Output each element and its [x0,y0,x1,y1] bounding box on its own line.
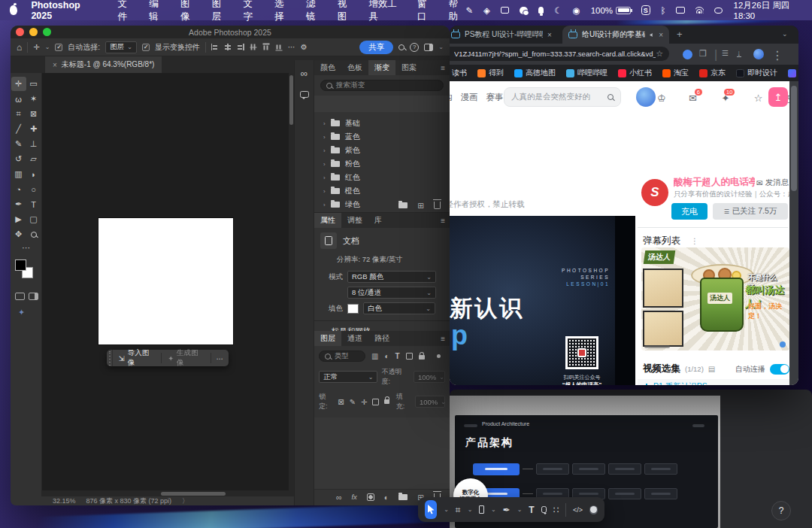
move-tool-chevron[interactable]: ⌄ [444,506,449,513]
gradient-folder[interactable]: ›蓝色 [314,130,450,144]
gradient-folder[interactable]: ›粉色 [314,157,450,171]
filter-adjustment-icon[interactable]: ◐ [384,352,389,360]
align-center-icon[interactable] [224,44,232,50]
gradient-folder[interactable]: ›基础 [314,117,450,130]
close-tab-icon[interactable]: × [659,31,663,39]
comments-icon[interactable] [300,91,309,98]
history-icon[interactable]: ∞ [295,60,314,79]
layer-style-icon[interactable]: fx [351,493,356,501]
tab-swatches[interactable]: 色板 [341,60,368,75]
workspace-chevron[interactable]: ⌄ [438,44,444,50]
lock-position-icon[interactable]: ✛ [361,398,367,406]
ad-info-dot[interactable] [780,341,786,347]
pen-tool-icon[interactable]: ✒ [503,505,511,515]
flow-node-2c[interactable] [608,488,641,499]
menu-file[interactable]: 文件 [118,0,135,23]
tool-shape-icon[interactable]: ▢ [26,212,41,226]
filter-toggle-dot[interactable] [437,354,441,358]
ps-canvas-area[interactable]: ⇲导入图像 ✦生成图像 ⋯ [42,73,294,496]
lock-paint-icon[interactable]: ✎ [350,398,356,406]
shape-tool-chevron[interactable]: ⌄ [491,506,496,513]
tab-gradients[interactable]: 渐变 [368,60,395,75]
filter-smart-icon[interactable] [419,355,425,360]
current-tool-icon[interactable]: ✛ [33,43,39,51]
wechat-icon[interactable] [520,7,527,14]
expand-chevron[interactable]: › [323,161,326,168]
artboard[interactable] [98,218,233,344]
bookmark-jishisheji[interactable]: 即时设计 [736,68,777,78]
sync-cloud-icon[interactable]: ✦ [18,308,25,317]
user-switch-icon[interactable] [714,8,723,14]
expand-chevron[interactable]: › [323,147,326,154]
browser-menu-icon[interactable]: ⋮ [771,48,783,62]
tool-dodge-icon[interactable]: ◔ [11,182,26,196]
bookmark-dedao[interactable]: 得到 [477,68,504,78]
generate-image-button[interactable]: ✦生成图像 [162,348,210,368]
home-icon[interactable]: ⌂ [17,42,22,53]
more-align-icon[interactable]: ⋯ [288,43,295,51]
align-top-icon[interactable] [250,44,256,51]
help-icon[interactable]: ? [410,43,419,52]
comment-tool-icon[interactable] [541,506,547,513]
lock-transparent-icon[interactable]: ⊠ [338,398,344,406]
menu-view[interactable]: 视图 [338,0,355,23]
bookmark-weread[interactable]: 读书 [450,68,467,78]
menu-help[interactable]: 帮助 [449,0,466,23]
gradient-folder[interactable]: ›橙色 [314,184,450,198]
taskbar-more-icon[interactable]: ⋯ [211,354,229,363]
tab-channels[interactable]: 通道 [341,331,368,346]
color-mode-dropdown[interactable]: RGB 颜色⌄ [347,271,436,283]
nav-esports[interactable]: 赛事 [486,92,504,103]
tab-properties[interactable]: 属性 [314,213,341,228]
battery-status[interactable]: 100% [591,6,631,15]
tab-adjustments[interactable]: 调整 [341,213,368,228]
layer-mask-icon[interactable] [367,493,374,501]
gradient-folder[interactable]: ›紫色 [314,144,450,157]
tool-gradient-icon[interactable]: ▥ [11,167,26,181]
tool-brush-icon[interactable]: ✎ [11,137,26,151]
panel-menu-icon[interactable]: ≡ [441,60,450,75]
blend-mode-dropdown[interactable]: 正常⌄ [319,371,377,383]
browser-tab-2-active[interactable]: 给UI设计师的零基础PS课程 × [562,26,669,44]
media-control-icon[interactable]: ☰ [722,49,729,57]
ps-titlebar[interactable]: Adobe Photoshop 2025 [11,26,450,38]
app-status-icon[interactable]: ◈ [483,5,490,16]
autoselect-checkbox[interactable] [55,44,62,51]
stylus-icon[interactable]: ✎ [465,5,473,16]
panel-menu-icon[interactable]: ≡ [441,331,450,346]
page-scroll-thumb[interactable] [791,86,797,191]
menu-edit[interactable]: 编辑 [149,0,166,23]
tab-audio-icon[interactable] [650,32,654,38]
input-source-icon[interactable]: S [641,5,650,15]
download-icon[interactable]: ↓ [737,49,741,57]
lock-all-icon[interactable] [384,399,389,404]
import-image-button[interactable]: ⇲导入图像 [113,348,161,368]
screen-mode-icon[interactable] [29,293,38,300]
tab-groups-icon[interactable]: ❒ [699,49,707,59]
tool-eyedropper-icon[interactable]: ╱ [11,122,26,136]
text-tool-icon[interactable]: T [529,505,534,515]
browser-tab-1[interactable]: PS教程 UI设计-哔哩哔哩_bilibi × [450,26,559,44]
focus-moon-icon[interactable]: ☾ [554,5,562,16]
new-group-icon[interactable] [398,494,408,500]
tool-move-icon[interactable]: ✛ [11,77,26,91]
tool-crop-icon[interactable]: ⌗ [11,107,26,121]
tab-paths[interactable]: 路径 [368,331,395,346]
distribute-vertical-icon[interactable] [262,44,269,51]
tool-frame-icon[interactable]: ⊠ [26,107,41,121]
menu-filter[interactable]: 滤镜 [306,0,323,23]
transform-controls-checkbox[interactable] [142,44,150,51]
vertical-scrollbar[interactable] [289,73,294,490]
tool-zoom-icon[interactable] [26,227,41,241]
display-icon[interactable] [676,7,684,14]
components-tool-icon[interactable]: ∷ [553,505,559,515]
tool-blur-icon[interactable]: ◗ [26,167,41,181]
expand-chevron[interactable]: › [323,174,326,181]
gradient-folder[interactable]: ›红色 [314,171,450,184]
delete-icon[interactable] [434,202,441,209]
profile-avatar-icon[interactable] [753,49,764,59]
bookmark-jd[interactable]: 京东 [699,68,726,78]
expand-chevron[interactable]: › [323,134,326,141]
foreground-color-chip[interactable] [15,259,26,271]
send-message-link[interactable]: ✉发消息 [756,178,789,188]
